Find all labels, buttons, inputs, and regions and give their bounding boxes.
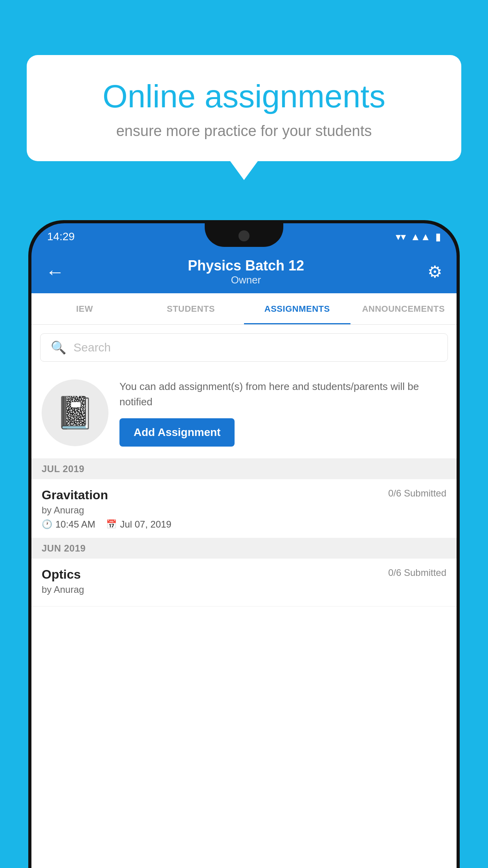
assignment-time: 🕐 10:45 AM	[42, 519, 95, 530]
assignment-item-gravitation[interactable]: Gravitation 0/6 Submitted by Anurag 🕐 10…	[31, 479, 457, 538]
add-assignment-button[interactable]: Add Assignment	[119, 418, 235, 447]
settings-icon[interactable]: ⚙	[427, 262, 442, 281]
assignment-icon-circle: 📓	[42, 379, 108, 446]
status-time: 14:29	[47, 230, 75, 243]
search-bar[interactable]: 🔍 Search	[40, 333, 448, 362]
notebook-icon: 📓	[55, 394, 95, 431]
assignment-item-header: Gravitation 0/6 Submitted	[42, 488, 446, 502]
app-bar-title: Physics Batch 12	[188, 257, 304, 274]
assignment-by: by Anurag	[42, 505, 446, 516]
camera	[238, 230, 250, 241]
section-header-jun: JUN 2019	[31, 538, 457, 559]
signal-icon: ▲▲	[411, 231, 431, 243]
tab-announcements[interactable]: ANNOUNCEMENTS	[350, 293, 457, 324]
assignment-info: You can add assignment(s) from here and …	[119, 379, 446, 447]
assignment-info-text: You can add assignment(s) from here and …	[119, 379, 446, 410]
assignment-submitted: 0/6 Submitted	[388, 488, 446, 499]
speech-bubble-container: Online assignments ensure more practice …	[27, 55, 461, 161]
assignment-by-optics: by Anurag	[42, 584, 446, 595]
phone-frame: 14:29 ▾▾ ▲▲ ▮ ← Physics Batch 12 Owner ⚙…	[28, 220, 460, 868]
content-area: 🔍 Search 📓 You can add assignment(s) fro…	[31, 325, 457, 868]
tab-bar: IEW STUDENTS ASSIGNMENTS ANNOUNCEMENTS	[31, 293, 457, 325]
phone-notch	[205, 223, 283, 247]
assignment-item-optics[interactable]: Optics 0/6 Submitted by Anurag	[31, 559, 457, 607]
calendar-icon: 📅	[106, 519, 117, 530]
tab-assignments[interactable]: ASSIGNMENTS	[244, 293, 350, 324]
assignment-item-header-optics: Optics 0/6 Submitted	[42, 567, 446, 582]
bubble-title: Online assignments	[54, 79, 434, 114]
app-bar: ← Physics Batch 12 Owner ⚙	[31, 250, 457, 293]
assignment-name: Gravitation	[42, 488, 108, 502]
clock-icon: 🕐	[42, 519, 52, 530]
status-icons: ▾▾ ▲▲ ▮	[396, 231, 441, 243]
battery-icon: ▮	[435, 231, 441, 243]
phone-inner: 14:29 ▾▾ ▲▲ ▮ ← Physics Batch 12 Owner ⚙…	[31, 223, 457, 868]
assignment-name-optics: Optics	[42, 567, 81, 582]
tab-iew[interactable]: IEW	[31, 293, 138, 324]
section-header-jul: JUL 2019	[31, 459, 457, 479]
app-bar-subtitle: Owner	[188, 274, 304, 286]
assignment-date: 📅 Jul 07, 2019	[106, 519, 171, 530]
tab-students[interactable]: STUDENTS	[138, 293, 244, 324]
wifi-icon: ▾▾	[396, 231, 406, 243]
assignment-meta: 🕐 10:45 AM 📅 Jul 07, 2019	[42, 519, 446, 530]
back-button[interactable]: ←	[46, 261, 64, 283]
search-placeholder: Search	[73, 341, 111, 354]
add-assignment-section: 📓 You can add assignment(s) from here an…	[31, 369, 457, 459]
assignment-submitted-optics: 0/6 Submitted	[388, 567, 446, 578]
speech-bubble: Online assignments ensure more practice …	[27, 55, 461, 161]
search-icon: 🔍	[51, 340, 66, 355]
bubble-subtitle: ensure more practice for your students	[54, 123, 434, 140]
app-bar-title-group: Physics Batch 12 Owner	[188, 257, 304, 286]
